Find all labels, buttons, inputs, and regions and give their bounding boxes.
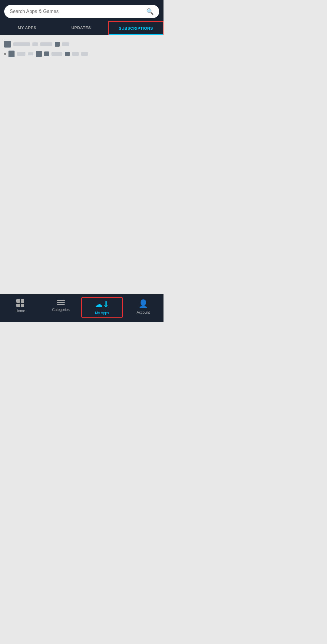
nav-label-home: Home xyxy=(15,309,25,313)
blurred-block xyxy=(55,42,60,47)
cloud-download-icon: ☁⇓ xyxy=(95,300,109,309)
blurred-block xyxy=(28,52,33,55)
blurred-block xyxy=(13,42,30,46)
header: 🔍 xyxy=(0,0,164,21)
blurred-block xyxy=(32,42,38,46)
blurred-line-2 xyxy=(4,51,159,57)
tab-updates[interactable]: UPDATES xyxy=(54,21,108,35)
bottom-nav: Home Categories ☁⇓ My Apps 👤 Account xyxy=(0,294,164,322)
categories-icon xyxy=(57,299,65,306)
nav-label-categories: Categories xyxy=(52,308,70,312)
blurred-block xyxy=(65,52,70,56)
blurred-line-1 xyxy=(4,41,159,48)
tab-subscriptions[interactable]: SUBSCRIPTIONS xyxy=(108,21,164,35)
blurred-block xyxy=(62,42,69,46)
search-bar[interactable]: 🔍 xyxy=(4,5,159,18)
tab-my-apps[interactable]: MY APPS xyxy=(0,21,54,35)
search-icon: 🔍 xyxy=(146,8,154,15)
nav-label-account: Account xyxy=(137,310,150,315)
home-icon xyxy=(16,299,24,307)
nav-item-account[interactable]: 👤 Account xyxy=(123,297,164,318)
blurred-block xyxy=(81,52,88,56)
blurred-block xyxy=(36,51,42,57)
blurred-block xyxy=(8,51,15,57)
tabs-bar: MY APPS UPDATES SUBSCRIPTIONS xyxy=(0,21,164,35)
blurred-block xyxy=(17,52,25,56)
nav-item-home[interactable]: Home xyxy=(0,297,41,318)
blurred-block xyxy=(4,53,6,55)
blurred-block xyxy=(40,42,52,46)
nav-item-my-apps[interactable]: ☁⇓ My Apps xyxy=(81,297,123,318)
account-icon: 👤 xyxy=(138,299,148,309)
blurred-block xyxy=(4,41,11,48)
nav-item-categories[interactable]: Categories xyxy=(41,297,81,318)
nav-label-my-apps: My Apps xyxy=(95,311,109,315)
search-input[interactable] xyxy=(10,9,144,14)
blurred-block xyxy=(72,52,79,56)
blurred-block xyxy=(51,52,62,56)
content-area xyxy=(0,35,164,294)
blurred-block xyxy=(44,51,49,56)
